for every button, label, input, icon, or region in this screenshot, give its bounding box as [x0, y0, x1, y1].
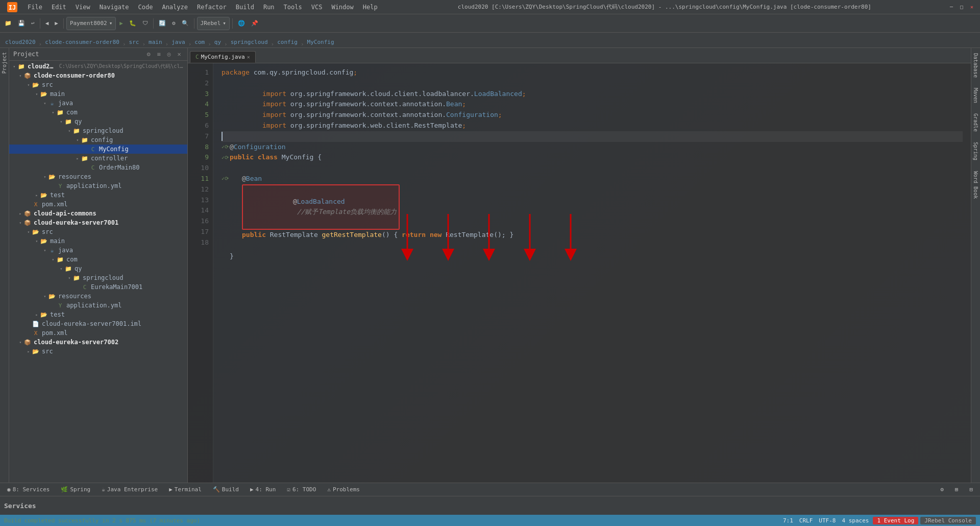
jrebel-console-button[interactable]: JRebel Console	[920, 517, 976, 524]
toolbar-run-with-coverage[interactable]: 🛡	[140, 18, 151, 28]
breadcrumb-java[interactable]: java	[168, 37, 188, 47]
toolbar-extra[interactable]: 📌	[249, 18, 261, 28]
line-ending[interactable]: CRLF	[797, 517, 815, 524]
toolbar-back[interactable]: ◀	[43, 18, 52, 28]
menu-window[interactable]: Window	[327, 3, 357, 12]
menu-navigate[interactable]: Navigate	[95, 3, 133, 12]
jrebel-dropdown[interactable]: JRebel ▾	[197, 17, 230, 30]
code-content[interactable]: package com.qy.springcloud.config; impor…	[213, 63, 971, 483]
menu-analyze[interactable]: Analyze	[158, 3, 192, 12]
menu-edit[interactable]: Edit	[47, 3, 70, 12]
bottom-expand-icon[interactable]: ⊟	[964, 485, 978, 494]
bottom-tab-run[interactable]: ▶ 4: Run	[245, 485, 281, 494]
menu-run[interactable]: Run	[259, 3, 279, 12]
event-log-button[interactable]: 1 Event Log	[873, 517, 918, 524]
toolbar-search[interactable]: 🔍	[179, 18, 191, 28]
tree-item-src2[interactable]: ▾ 📂 src	[9, 227, 187, 236]
right-tab-database[interactable]: Database	[972, 48, 979, 83]
menu-view[interactable]: View	[71, 3, 94, 12]
breadcrumb-cloud2020[interactable]: cloud2020	[2, 37, 39, 47]
project-settings-icon[interactable]: ⚙	[144, 50, 153, 58]
breadcrumb-src[interactable]: src	[126, 37, 142, 47]
bottom-tab-services[interactable]: ◉ 8: Services	[2, 485, 55, 494]
bottom-tab-todo[interactable]: ☑ 6: TODO	[282, 485, 321, 494]
tree-item-cloud2020[interactable]: ▾ 📁 cloud2020 C:\Users\ZQY\Desktop\Sprin…	[9, 62, 187, 71]
tree-item-resources[interactable]: ▾ 📂 resources	[9, 172, 187, 181]
bottom-config-icon[interactable]: ⊞	[950, 485, 964, 494]
toolbar-reload[interactable]: 🔄	[156, 18, 168, 28]
file-tab-myconfig[interactable]: C MyConfig.java ✕	[190, 51, 256, 63]
project-config-dropdown[interactable]: Payment8002 ▾	[66, 17, 116, 30]
tree-item-application-yml2[interactable]: ▸ Y application.yml	[9, 301, 187, 310]
bottom-tab-problems[interactable]: ⚠ Problems	[322, 485, 365, 494]
right-tab-wordbook[interactable]: Word Book	[972, 166, 979, 204]
tree-item-module-order80[interactable]: ▾ 📦 clode-consumer-order80	[9, 71, 187, 80]
right-tab-maven[interactable]: Maven	[972, 83, 979, 108]
tree-item-myconfig[interactable]: ▸ C MyConfig	[9, 145, 187, 154]
close-button[interactable]: ✕	[968, 3, 976, 11]
tree-item-src[interactable]: ▾ 📂 src	[9, 80, 187, 89]
tree-item-springcloud[interactable]: ▾ 📁 springcloud	[9, 126, 187, 135]
project-close-icon[interactable]: ✕	[175, 50, 183, 58]
tree-item-application-yml[interactable]: ▸ Y application.yml	[9, 181, 187, 190]
tree-item-pom-xml2[interactable]: ▸ X pom.xml	[9, 328, 187, 338]
toolbar-undo[interactable]: ↩	[29, 18, 37, 28]
breadcrumb-myconfig[interactable]: MyConfig	[304, 37, 337, 47]
tree-item-cloud-eureka-server7002[interactable]: ▾ 📦 cloud-eureka-server7002	[9, 338, 187, 347]
tree-item-pom-xml[interactable]: ▸ X pom.xml	[9, 200, 187, 209]
tree-item-eurekamain7001[interactable]: ▸ C EurekaMain7001	[9, 282, 187, 292]
sidebar-tab-project[interactable]: Project	[1, 48, 8, 78]
minimize-button[interactable]: ─	[947, 3, 955, 11]
breadcrumb-qy[interactable]: qy	[211, 37, 224, 47]
bottom-tab-build[interactable]: 🔨 Build	[208, 485, 244, 494]
tree-item-resources2[interactable]: ▾ 📂 resources	[9, 292, 187, 301]
right-tab-gradle[interactable]: Gradle	[972, 108, 979, 137]
tree-item-ordermain80[interactable]: ▸ C OrderMain80	[9, 163, 187, 172]
menu-code[interactable]: Code	[134, 3, 157, 12]
tab-close-myconfig[interactable]: ✕	[247, 54, 250, 60]
tree-item-qy[interactable]: ▾ 📁 qy	[9, 117, 187, 126]
breadcrumb-main[interactable]: main	[145, 37, 165, 47]
menu-refactor[interactable]: Refactor	[193, 3, 231, 12]
tree-item-qy2[interactable]: ▾ 📁 qy	[9, 264, 187, 273]
tree-item-src3[interactable]: ▸ 📂 src	[9, 347, 187, 356]
tree-item-main[interactable]: ▾ 📂 main	[9, 89, 187, 99]
bottom-tab-java-enterprise[interactable]: ☕ Java Enterprise	[96, 485, 163, 494]
tree-item-iml[interactable]: ▸ 📄 cloud-eureka-server7001.iml	[9, 319, 187, 328]
bottom-tab-spring[interactable]: 🌿 Spring	[56, 485, 95, 494]
breadcrumb-springcloud[interactable]: springcloud	[228, 37, 271, 47]
tree-item-com[interactable]: ▾ 📁 com	[9, 108, 187, 117]
tree-item-springcloud2[interactable]: ▾ 📁 springcloud	[9, 273, 187, 282]
toolbar-save[interactable]: 💾	[15, 18, 28, 28]
breadcrumb-com[interactable]: com	[191, 37, 208, 47]
encoding[interactable]: UTF-8	[817, 517, 838, 524]
toolbar-debug[interactable]: 🐛	[127, 18, 139, 28]
bottom-tab-terminal[interactable]: ▶ Terminal	[164, 485, 207, 494]
toolbar-translate[interactable]: 🌐	[235, 18, 248, 28]
tree-item-java[interactable]: ▾ ☕ java	[9, 99, 187, 108]
right-tab-spring[interactable]: Spring	[972, 137, 979, 165]
menu-vcs[interactable]: VCS	[307, 3, 327, 12]
tree-item-cloud-api-commons[interactable]: ▸ 📦 cloud-api-commons	[9, 209, 187, 218]
toolbar-open[interactable]: 📁	[2, 18, 14, 28]
tree-item-config[interactable]: ▾ 📁 config	[9, 135, 187, 145]
tree-item-java2[interactable]: ▾ ☕ java	[9, 246, 187, 255]
tree-item-test2[interactable]: ▸ 📂 test	[9, 310, 187, 319]
restore-button[interactable]: □	[958, 3, 966, 11]
menu-help[interactable]: Help	[359, 3, 382, 12]
indent-setting[interactable]: 4 spaces	[840, 517, 871, 524]
toolbar-run[interactable]: ▶	[117, 18, 126, 28]
project-layout-icon[interactable]: ≡	[155, 50, 163, 58]
tree-item-controller[interactable]: ▸ 📁 controller	[9, 154, 187, 163]
toolbar-forward[interactable]: ▶	[52, 18, 61, 28]
menu-build[interactable]: Build	[232, 3, 258, 12]
cursor-position[interactable]: 7:1	[781, 517, 795, 524]
tree-item-cloud-eureka-server7001[interactable]: ▾ 📦 cloud-eureka-server7001	[9, 218, 187, 227]
tree-item-com2[interactable]: ▾ 📁 com	[9, 255, 187, 264]
tree-item-test[interactable]: ▸ 📂 test	[9, 190, 187, 200]
bottom-settings-icon[interactable]: ⚙	[935, 485, 949, 494]
project-scroll-icon[interactable]: ◎	[165, 50, 173, 58]
breadcrumb-module[interactable]: clode-consumer-order80	[42, 37, 122, 47]
toolbar-settings[interactable]: ⚙	[169, 18, 178, 28]
menu-file[interactable]: File	[23, 3, 46, 12]
